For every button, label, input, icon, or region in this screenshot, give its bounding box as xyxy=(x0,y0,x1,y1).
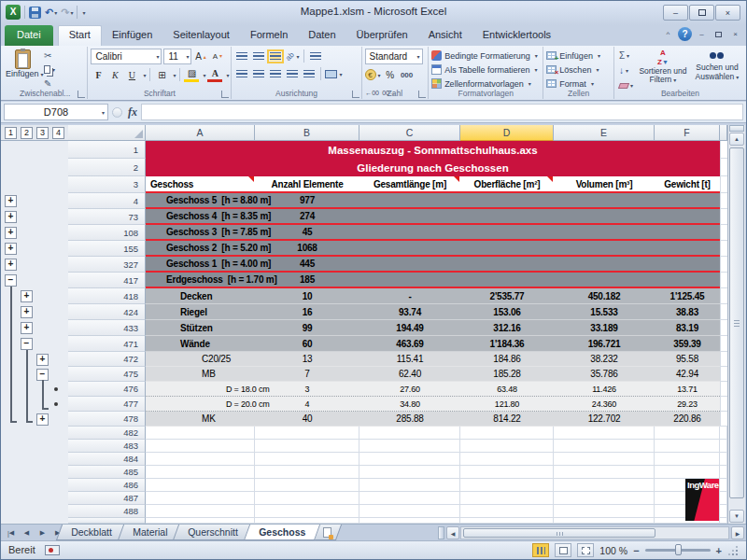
ribbon-tab-formeln[interactable]: Formeln xyxy=(240,25,298,46)
row-header-472[interactable]: 472 xyxy=(68,352,146,367)
cell[interactable] xyxy=(146,440,255,453)
row-header-108[interactable]: 108 xyxy=(68,225,146,241)
scroll-right-icon[interactable]: ▶ xyxy=(731,526,744,539)
collapse-ribbon-icon[interactable]: ^ xyxy=(661,28,675,41)
cell[interactable] xyxy=(460,209,554,223)
cell[interactable]: Geschoss 3 [h = 7.85 m] xyxy=(146,225,255,239)
cell[interactable] xyxy=(146,479,255,492)
minimize-button[interactable]: – xyxy=(663,5,688,21)
cell[interactable]: Geschoss 2 [h = 5.20 m] xyxy=(146,241,255,255)
cell[interactable] xyxy=(554,257,655,271)
outline-level-1-button[interactable]: 1 xyxy=(5,127,17,139)
cell[interactable]: Erdgeschoss [h = 1.70 m] xyxy=(146,273,255,287)
outline-expand-button-433[interactable]: + xyxy=(21,322,33,334)
cell[interactable]: 220.86 xyxy=(655,412,720,426)
cell[interactable] xyxy=(554,241,655,255)
cell[interactable] xyxy=(255,479,359,492)
cell[interactable]: C20/25 xyxy=(146,352,255,366)
maximize-button[interactable] xyxy=(689,5,714,21)
delete-cells-button[interactable]: ×Löschen▾ xyxy=(546,63,612,77)
ribbon-tab-datei[interactable]: Datei xyxy=(5,25,53,46)
cell[interactable] xyxy=(359,440,460,453)
cell[interactable] xyxy=(554,479,655,492)
cell[interactable] xyxy=(655,466,720,479)
name-box[interactable]: D708▾ xyxy=(4,104,108,120)
cell[interactable] xyxy=(359,427,460,440)
select-all-corner[interactable] xyxy=(68,125,146,141)
cell[interactable] xyxy=(255,440,359,453)
cell[interactable] xyxy=(359,257,460,271)
cell[interactable] xyxy=(146,427,255,440)
cell[interactable] xyxy=(359,479,460,492)
cell[interactable]: 122.702 xyxy=(554,412,655,426)
cell[interactable] xyxy=(720,336,727,352)
cell[interactable] xyxy=(359,505,460,518)
cell[interactable] xyxy=(720,440,727,453)
fill-color-button[interactable]: ▨ xyxy=(184,67,199,82)
column-header-F[interactable]: F xyxy=(655,125,720,141)
page-layout-view-button[interactable] xyxy=(555,543,571,557)
cell[interactable] xyxy=(460,466,554,479)
row-header-487[interactable]: 487 xyxy=(68,492,146,505)
cell[interactable] xyxy=(720,273,727,288)
cell[interactable] xyxy=(720,505,727,518)
cell[interactable] xyxy=(359,492,460,505)
cell[interactable]: 4 xyxy=(255,397,359,411)
column-header-C[interactable]: C xyxy=(359,125,460,141)
outline-level-2-button[interactable]: 2 xyxy=(21,127,33,139)
row-header-2[interactable]: 2 xyxy=(68,159,146,176)
cell[interactable]: 24.360 xyxy=(554,397,655,411)
number-format-combo[interactable]: Standard▾ xyxy=(365,49,423,64)
cell[interactable] xyxy=(720,367,727,382)
ribbon-tab-seitenlayout[interactable]: Seitenlayout xyxy=(162,25,240,46)
cell[interactable] xyxy=(554,492,655,505)
outline-expand-button-418[interactable]: + xyxy=(21,290,33,302)
outline-expand-button-108[interactable]: + xyxy=(5,227,17,239)
row-header-424[interactable]: 424 xyxy=(68,304,146,320)
column-header-B[interactable]: B xyxy=(255,125,359,141)
cell[interactable] xyxy=(655,273,720,287)
align-top-button[interactable] xyxy=(234,49,249,63)
formula-input[interactable] xyxy=(141,104,743,120)
cell[interactable]: 93.74 xyxy=(359,304,460,319)
workbook-minimize-button[interactable]: – xyxy=(695,28,709,41)
outline-expand-button-4[interactable]: + xyxy=(5,195,17,207)
cell[interactable]: 196.721 xyxy=(554,336,655,351)
underline-button[interactable]: U xyxy=(124,67,139,82)
dialog-launcher-icon[interactable] xyxy=(78,91,85,98)
bold-button[interactable]: F xyxy=(91,67,106,82)
cell[interactable]: 274 xyxy=(255,209,359,223)
cell[interactable]: 10 xyxy=(255,288,359,303)
wrap-text-button[interactable] xyxy=(308,49,323,63)
outline-collapse-button-475[interactable]: − xyxy=(36,369,49,381)
cell[interactable]: 185.28 xyxy=(460,367,554,381)
scroll-left-icon[interactable]: ◀ xyxy=(446,526,459,539)
row-header-4[interactable]: 4 xyxy=(68,193,146,209)
row-header-418[interactable]: 418 xyxy=(68,288,146,304)
row-header-488[interactable]: 488 xyxy=(68,505,146,518)
outline-level-3-button[interactable]: 3 xyxy=(36,127,49,139)
cell[interactable] xyxy=(720,241,727,257)
cell[interactable]: MK xyxy=(146,412,255,426)
cell[interactable] xyxy=(460,453,554,466)
align-center-button[interactable] xyxy=(251,66,266,81)
cell[interactable] xyxy=(255,466,359,479)
row-header-478[interactable]: 478 xyxy=(68,412,146,427)
cell[interactable] xyxy=(554,193,655,207)
italic-button[interactable]: K xyxy=(107,67,122,82)
increase-indent-button[interactable] xyxy=(302,66,317,81)
cell[interactable]: 185 xyxy=(255,273,359,287)
cell[interactable]: 11.426 xyxy=(554,382,655,396)
dialog-launcher-icon[interactable] xyxy=(221,91,229,98)
cell[interactable] xyxy=(554,440,655,453)
font-color-button[interactable]: A xyxy=(207,67,222,82)
zoom-level-label[interactable]: 100 % xyxy=(599,545,627,556)
row-header-475[interactable]: 475 xyxy=(68,367,146,382)
align-bottom-button[interactable] xyxy=(268,49,283,63)
cell[interactable]: 35.786 xyxy=(554,367,655,381)
cell[interactable]: 33.189 xyxy=(554,320,655,335)
outline-collapse-button-471[interactable]: − xyxy=(21,338,33,350)
cell[interactable] xyxy=(720,453,727,466)
outline-expand-button-155[interactable]: + xyxy=(5,243,17,255)
cell[interactable]: 38.232 xyxy=(554,352,655,366)
